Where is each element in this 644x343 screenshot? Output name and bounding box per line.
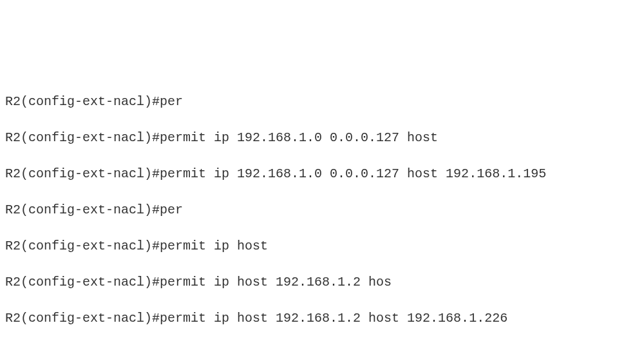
cli-command: per xyxy=(160,202,183,217)
cli-prompt: R2(config-ext-nacl)# xyxy=(5,166,160,181)
terminal-line: R2(config-ext-nacl)#per xyxy=(5,201,639,219)
terminal-output[interactable]: R2(config-ext-nacl)#per R2(config-ext-na… xyxy=(5,75,639,343)
cli-command: permit ip 192.168.1.0 0.0.0.127 host 192… xyxy=(160,166,546,181)
terminal-line: R2(config-ext-nacl)#permit ip host 192.1… xyxy=(5,309,639,328)
cli-prompt: R2(config-ext-nacl)# xyxy=(5,130,160,145)
terminal-line: R2(config-ext-nacl)#permit ip host xyxy=(5,237,639,255)
cli-prompt: R2(config-ext-nacl)# xyxy=(5,311,160,326)
cli-command: permit ip host 192.168.1.2 hos xyxy=(160,275,392,289)
cli-prompt: R2(config-ext-nacl)# xyxy=(5,202,160,217)
cli-prompt: R2(config-ext-nacl)# xyxy=(5,94,160,109)
cli-command: per xyxy=(160,94,183,109)
terminal-line: R2(config-ext-nacl)#permit ip 192.168.1.… xyxy=(5,129,639,147)
cli-command: permit ip 192.168.1.0 0.0.0.127 host xyxy=(160,130,438,145)
terminal-line: R2(config-ext-nacl)#permit ip host 192.1… xyxy=(5,273,639,291)
terminal-line: R2(config-ext-nacl)#permit ip 192.168.1.… xyxy=(5,165,639,183)
cli-command: permit ip host 192.168.1.2 host 192.168.… xyxy=(160,311,507,326)
cli-prompt: R2(config-ext-nacl)# xyxy=(5,275,160,289)
cli-command: permit ip host xyxy=(160,239,268,253)
cli-prompt: R2(config-ext-nacl)# xyxy=(5,239,160,253)
terminal-line: R2(config-ext-nacl)#per xyxy=(5,93,639,111)
